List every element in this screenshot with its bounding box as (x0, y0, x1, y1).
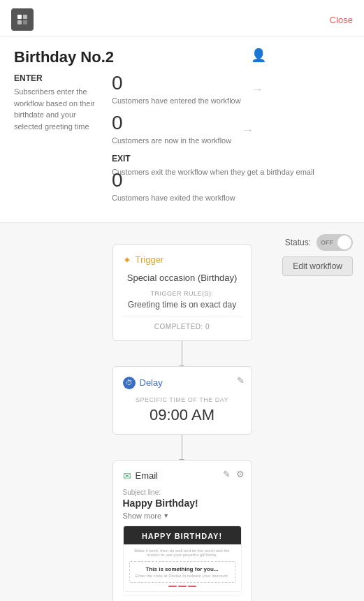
trigger-card: ✦ Trigger Special occasion (Birthday) TR… (112, 244, 252, 341)
exit-block: EXIT Customers exit the workflow when th… (112, 154, 314, 178)
entered-label: Customers have entered the workflow (112, 96, 241, 106)
status-row: Status: OFF (285, 234, 353, 251)
in-workflow-label: Customers are now in the workflow (112, 136, 231, 146)
dot-1 (168, 586, 177, 587)
email-card: ✉ Email ✎ ⚙ Subject line: Happy Birthday… (112, 460, 252, 601)
status-toggle[interactable]: OFF (316, 234, 353, 251)
arrow-icon-2: → (241, 123, 254, 138)
trigger-card-header: ✦ Trigger (123, 254, 242, 266)
trigger-rule-value: Greeting time is on exact day (123, 300, 242, 310)
connector-1 (182, 341, 182, 366)
show-more-label: Show more (123, 512, 162, 520)
time-label: SPECIFIC TIME OF THE DAY (123, 396, 242, 403)
in-workflow-count: 0 (112, 113, 231, 133)
connector-2 (182, 435, 182, 460)
page-title: Birthday No.2 (14, 48, 350, 66)
delay-time-value: 09:00 AM (123, 406, 242, 424)
email-envelope-icon: ✉ (123, 470, 131, 481)
svg-rect-3 (23, 20, 27, 24)
email-preview-header: HAPPY BIRTHDAY! (124, 526, 241, 544)
stats-grid: 0 Customers have entered the workflow → … (112, 73, 350, 178)
svg-rect-2 (17, 20, 22, 24)
svg-rect-0 (17, 15, 22, 19)
person-icon: 👤 (251, 48, 266, 63)
arrow-icon-1: → (251, 82, 263, 97)
delay-edit-icon[interactable]: ✎ (237, 375, 245, 386)
in-workflow-stat: 0 Customers are now in the workflow (112, 113, 231, 146)
enter-label: ENTER (14, 73, 98, 83)
trigger-title: Trigger (136, 254, 164, 265)
entered-count: 0 (112, 73, 241, 93)
status-label: Status: (285, 238, 311, 247)
show-more-arrow-icon: ▼ (163, 512, 169, 519)
dot-3 (188, 586, 196, 587)
close-button[interactable]: Close (330, 15, 353, 25)
entered-stat: 0 Customers have entered the workflow (112, 73, 241, 106)
delay-title: Delay (140, 377, 163, 388)
enter-desc: Subscribers enter the workflow based on … (14, 86, 98, 132)
email-edit-icon[interactable]: ✎ (223, 469, 231, 479)
header: Close (0, 0, 364, 37)
email-title: Email (136, 470, 159, 481)
email-gift-title: This is something for you... (133, 566, 232, 572)
enter-description: ENTER Subscribers enter the workflow bas… (14, 73, 98, 178)
status-controls: Status: OFF Edit workflow (282, 234, 353, 276)
subject-line-value: Happy Birthday! (123, 498, 242, 509)
toggle-knob (337, 236, 351, 249)
email-preview-body: Make it work, then do well and let the w… (124, 544, 241, 591)
email-preview-small-text: Make it work, then do well and let the w… (129, 549, 235, 557)
delay-clock-icon: ⏱ (123, 377, 136, 389)
trigger-rule-label: TRIGGER RULE(S): (123, 290, 242, 297)
show-more-button[interactable]: Show more ▼ (123, 512, 242, 520)
svg-rect-1 (23, 15, 27, 19)
email-gift-desc: Enter the code at Devise to redeem your … (133, 574, 232, 578)
workflow-area: Status: OFF Edit workflow ✦ Trigger Spec… (0, 222, 364, 601)
description-section: ENTER Subscribers enter the workflow bas… (14, 73, 350, 178)
exited-label: Customers have exited the workflow (112, 193, 350, 203)
email-settings-icon[interactable]: ⚙ (236, 469, 245, 479)
trigger-completed: COMPLETED: 0 (123, 317, 242, 331)
email-preview: HAPPY BIRTHDAY! Make it work, then do we… (123, 526, 242, 592)
main-content: 👤 Birthday No.2 ENTER Subscribers enter … (0, 37, 364, 222)
email-completed: COMPLETED: 0 (123, 595, 242, 601)
exit-title: EXIT (112, 154, 314, 164)
email-footer-dots (129, 586, 235, 587)
delay-card: ⏱ Delay ✎ SPECIFIC TIME OF THE DAY 09:00… (112, 366, 252, 435)
email-preview-gift-box: This is something for you... Enter the c… (129, 561, 235, 583)
delay-card-header: ⏱ Delay ✎ (123, 377, 242, 389)
email-card-header: ✉ Email ✎ ⚙ (123, 470, 242, 481)
app-logo (11, 8, 34, 31)
exit-desc: Customers exit the workflow when they ge… (112, 166, 314, 178)
trigger-main-text: Special occasion (Birthday) (123, 273, 242, 283)
dot-2 (178, 586, 187, 587)
workflow-flow: ✦ Trigger Special occasion (Birthday) TR… (14, 237, 350, 601)
toggle-off-label: OFF (321, 239, 333, 246)
trigger-star-icon: ✦ (123, 254, 131, 266)
subject-line-label: Subject line: (123, 488, 242, 496)
edit-workflow-button[interactable]: Edit workflow (282, 256, 353, 276)
